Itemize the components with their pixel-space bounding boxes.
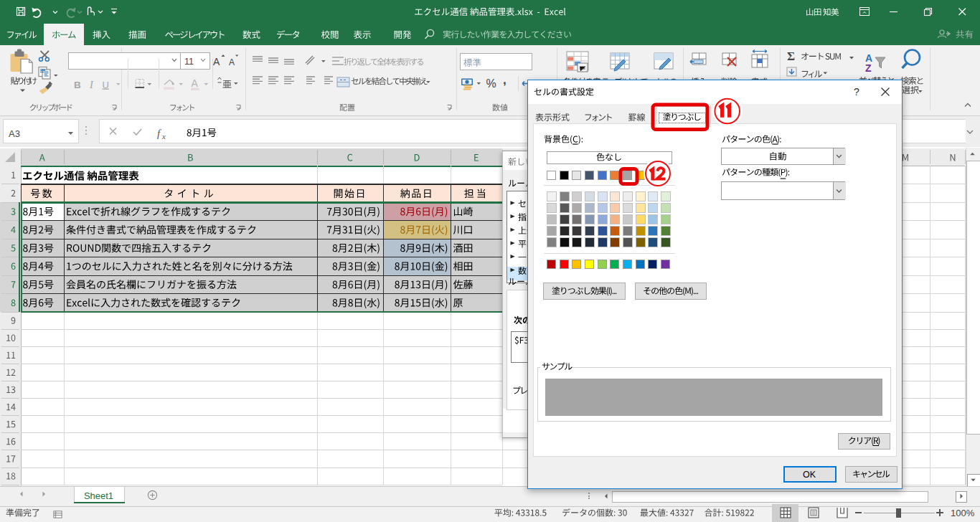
- svg-text:?: ?: [854, 86, 859, 98]
- svg-text:OK: OK: [803, 470, 816, 480]
